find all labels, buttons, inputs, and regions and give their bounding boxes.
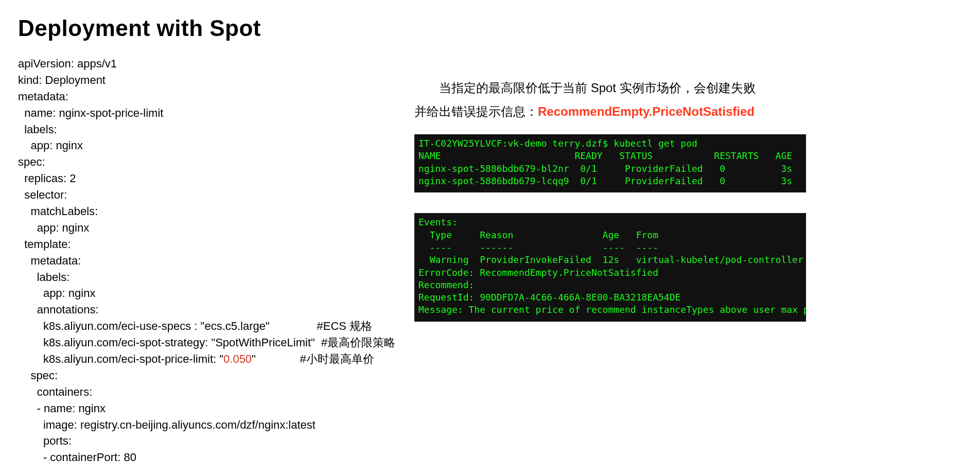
- yaml-anno-spot-strategy-val: "SpotWithPriceLimit": [211, 336, 314, 349]
- yaml-container-image: registry.cn-beijing.aliyuncs.com/dzf/ngi…: [80, 418, 316, 431]
- term2-l8: Message: The current price of recommend …: [418, 304, 806, 315]
- term2-l5: ErrorCode: RecommendEmpty.PriceNotSatisf…: [418, 267, 658, 278]
- yaml-anno-spot-strategy-key: k8s.aliyun.com/eci-spot-strategy: [43, 336, 205, 349]
- term1-row1: nginx-spot-5886bdb679-bl2nr 0/1 Provider…: [418, 163, 792, 174]
- term1-header: NAME READY STATUS RESTARTS AGE: [418, 150, 792, 161]
- terminal-events: Events: Type Reason Age From Message ---…: [414, 213, 806, 321]
- terminal-get-pod: IT-C02YW25YLVCF:vk-demo terry.dzf$ kubec…: [414, 134, 806, 192]
- failure-description: 当指定的最高限价低于当前 Spot 实例市场价，会创建失败 并给出错误提示信息：…: [414, 76, 962, 123]
- slide-title: Deployment with Spot: [18, 15, 962, 41]
- yaml-anno-price-limit-suffix: ": [252, 352, 256, 365]
- yaml-anno-spot-strategy-comment: #最高价限策略: [321, 336, 395, 349]
- term2-l1: Events:: [418, 217, 458, 227]
- yaml-template-label-app: nginx: [68, 287, 96, 299]
- term2-l2: Type Reason Age From Message: [418, 230, 806, 240]
- yaml-selector-app: nginx: [62, 221, 90, 234]
- yaml-metadata-label-app: nginx: [56, 139, 83, 152]
- term2-l6: Recommend:: [418, 279, 474, 290]
- desc-line2-prefix: 并给出错误提示信息：: [414, 104, 538, 118]
- term2-l4: Warning ProviderInvokeFailed 12s virtual…: [418, 254, 806, 265]
- desc-line1: 当指定的最高限价低于当前 Spot 实例市场价，会创建失败: [439, 81, 756, 95]
- yaml-manifest: apiVersion: apps/v1 kind: Deployment met…: [18, 56, 389, 466]
- yaml-container-name: nginx: [78, 402, 106, 415]
- desc-error-code: RecommendEmpty.PriceNotSatisfied: [538, 104, 755, 118]
- yaml-anno-price-limit-value: 0.050: [223, 352, 252, 365]
- yaml-anno-price-limit-comment: #小时最高单价: [300, 352, 374, 365]
- term1-prompt: IT-C02YW25YLVCF:vk-demo terry.dzf$ kubec…: [418, 138, 697, 149]
- yaml-anno-use-specs-val: "ecs.c5.large": [201, 320, 270, 332]
- yaml-anno-price-limit-prefix: ": [219, 352, 223, 365]
- yaml-kind: Deployment: [45, 74, 106, 86]
- term1-row2: nginx-spot-5886bdb679-lcqq9 0/1 Provider…: [418, 175, 792, 186]
- term2-l3: ---- ------ ---- ---- -------: [418, 242, 806, 253]
- yaml-apiversion: apps/v1: [77, 57, 117, 70]
- yaml-anno-use-specs-comment: #ECS 规格: [317, 320, 373, 332]
- yaml-container-port: 80: [124, 451, 136, 464]
- term2-l7: RequestId: 90DDFD7A-4C66-466A-8E00-BA321…: [418, 292, 680, 303]
- yaml-replicas: 2: [69, 172, 76, 185]
- yaml-metadata-name: nginx-spot-price-limit: [59, 107, 163, 119]
- yaml-anno-use-specs-key: k8s.aliyun.com/eci-use-specs: [43, 320, 191, 332]
- yaml-anno-price-limit-key: k8s.aliyun.com/eci-spot-price-limit: [43, 352, 213, 365]
